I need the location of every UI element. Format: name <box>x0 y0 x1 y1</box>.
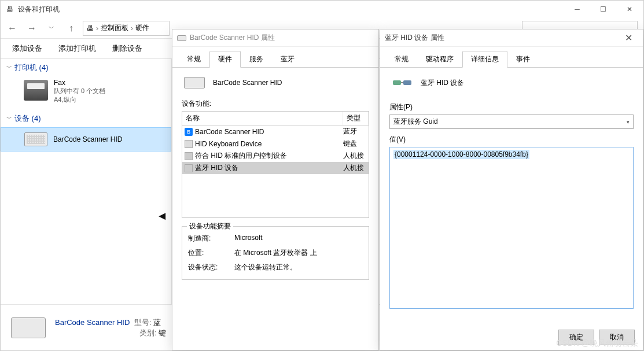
chevron-down-icon: ﹀ <box>6 114 12 123</box>
tab-events[interactable]: 事件 <box>507 51 539 68</box>
hid-icon <box>185 164 193 172</box>
table-header: 名称 类型 <box>182 111 369 125</box>
row-name: HID Keyboard Device <box>195 140 262 148</box>
remove-device-button[interactable]: 删除设备 <box>112 43 142 54</box>
row-type: 蓝牙 <box>343 127 366 136</box>
keyboard-icon <box>185 140 193 148</box>
explorer-title: 设备和打印机 <box>18 5 564 14</box>
add-printer-button[interactable]: 添加打印机 <box>58 43 96 54</box>
table-row[interactable]: BBarCode Scanner HID蓝牙 <box>182 125 369 138</box>
detail-type-label: 型号: <box>134 318 152 327</box>
vendor-label: 制造商: <box>188 234 234 243</box>
close-button[interactable]: ✕ <box>616 1 642 17</box>
dlg1-titlebar: BarCode Scanner HID 属性 <box>172 29 378 47</box>
chevron-down-icon: ﹀ <box>6 64 12 72</box>
dlg2-body: 蓝牙 HID 设备 属性(P) 蓝牙服务 Guid ▾ 值(V) {000011… <box>380 68 643 316</box>
table-row[interactable]: 蓝牙 HID 设备人机接 <box>182 162 369 174</box>
hid-device-icon <box>392 77 413 88</box>
row-name: 蓝牙 HID 设备 <box>195 163 238 173</box>
back-button[interactable]: ← <box>4 20 20 36</box>
forward-button[interactable]: → <box>24 20 40 36</box>
svg-rect-0 <box>393 80 401 85</box>
keyboard-icon <box>184 77 205 88</box>
dlg2-titlebar: 蓝牙 HID 设备 属性 ✕ <box>380 29 643 47</box>
dlg2-title: 蓝牙 HID 设备 属性 <box>385 33 616 43</box>
tab-driver[interactable]: 驱动程序 <box>417 51 462 68</box>
svg-rect-1 <box>403 80 411 85</box>
device-functions-label: 设备功能: <box>182 97 369 111</box>
tab-general[interactable]: 常规 <box>178 51 209 68</box>
device-item-barcode[interactable]: BarCode Scanner HID <box>1 127 171 152</box>
value-label: 值(V) <box>389 135 634 145</box>
breadcrumb[interactable]: 🖶 › 控制面板 › 硬件 <box>83 21 170 36</box>
col-name[interactable]: 名称 <box>182 112 343 125</box>
chevron-down-icon: ▾ <box>627 119 630 125</box>
minimize-button[interactable]: ─ <box>564 1 590 17</box>
dlg1-body: BarCode Scanner HID 设备功能: 名称 类型 BBarCode… <box>172 68 378 287</box>
cancel-button[interactable]: 取消 <box>599 330 635 345</box>
printers-group-header[interactable]: ﹀ 打印机 (4) <box>1 59 171 76</box>
tab-hardware[interactable]: 硬件 <box>209 51 241 68</box>
tab-bluetooth[interactable]: 蓝牙 <box>272 51 303 68</box>
breadcrumb-icon: 🖶 <box>87 24 94 32</box>
summary-legend: 设备功能摘要 <box>187 221 233 231</box>
dlg1-tabs: 常规 硬件 服务 蓝牙 <box>172 47 378 68</box>
breadcrumb-part-1[interactable]: 控制面板 <box>101 23 128 33</box>
detail-cat-label: 类别: <box>139 328 157 337</box>
location-label: 位置: <box>188 248 234 258</box>
ok-button[interactable]: 确定 <box>558 330 594 345</box>
dlg1-title: BarCode Scanner HID 属性 <box>190 33 377 43</box>
devices-icon: 🖶 <box>5 5 14 14</box>
property-value-text: 蓝牙服务 Guid <box>393 117 438 127</box>
keyboard-icon <box>11 317 46 338</box>
detail-cat-value: 键 <box>159 328 166 337</box>
value-item[interactable]: {00001124-0000-1000-8000-00805f9b34fb} <box>393 150 529 159</box>
bluetooth-hid-properties-dialog: 蓝牙 HID 设备 属性 ✕ 常规 驱动程序 详细信息 事件 蓝牙 HID 设备… <box>380 29 643 350</box>
row-type: 键盘 <box>343 139 366 149</box>
tab-service[interactable]: 服务 <box>241 51 272 68</box>
add-device-button[interactable]: 添加设备 <box>12 43 42 54</box>
row-name: 符合 HID 标准的用户控制设备 <box>195 151 287 161</box>
property-combobox[interactable]: 蓝牙服务 Guid ▾ <box>389 114 634 129</box>
status-value: 这个设备运转正常。 <box>234 263 297 272</box>
arrow-annotation-icon: ◄ <box>156 209 168 223</box>
barcode-properties-dialog: BarCode Scanner HID 属性 常规 硬件 服务 蓝牙 BarCo… <box>172 29 379 350</box>
up-button[interactable]: ↑ <box>63 20 79 36</box>
chevron-right-icon: › <box>131 24 133 32</box>
keyboard-icon <box>177 34 186 43</box>
chevron-right-icon: › <box>96 24 98 32</box>
detail-device-name: BarCode Scanner HID <box>55 318 130 327</box>
col-type[interactable]: 类型 <box>343 112 369 125</box>
explorer-titlebar: 🖶 设备和打印机 ─ ☐ ✕ <box>1 1 643 18</box>
maximize-button[interactable]: ☐ <box>590 1 616 17</box>
devices-group-label: 设备 (4) <box>14 113 41 124</box>
value-listbox[interactable]: {00001124-0000-1000-8000-00805f9b34fb} <box>389 147 634 309</box>
breadcrumb-part-2[interactable]: 硬件 <box>135 23 149 33</box>
dialog-buttons: 确定 取消 <box>558 330 635 345</box>
device-functions-list[interactable]: BBarCode Scanner HID蓝牙HID Keyboard Devic… <box>182 125 369 218</box>
property-label: 属性(P) <box>389 102 634 112</box>
dlg1-device-name: BarCode Scanner HID <box>213 79 282 87</box>
table-row[interactable]: HID Keyboard Device键盘 <box>182 138 369 150</box>
vendor-value: Microsoft <box>234 234 263 243</box>
close-button[interactable]: ✕ <box>616 30 642 46</box>
device-summary-group: 设备功能摘要 制造商:Microsoft 位置:在 Microsoft 蓝牙枚举… <box>182 226 369 280</box>
printer-item-fax[interactable]: Fax 队列中有 0 个文档 A4,纵向 <box>1 76 171 110</box>
printer-queue: 队列中有 0 个文档 <box>54 87 105 95</box>
location-value: 在 Microsoft 蓝牙枚举器 上 <box>234 248 317 258</box>
dlg2-tabs: 常规 驱动程序 详细信息 事件 <box>380 47 643 68</box>
row-type: 人机接 <box>343 163 366 173</box>
tab-details[interactable]: 详细信息 <box>462 51 507 68</box>
table-row[interactable]: 符合 HID 标准的用户控制设备人机接 <box>182 150 369 162</box>
devices-group-header[interactable]: ﹀ 设备 (4) <box>1 110 171 127</box>
row-name: BarCode Scanner HID <box>195 128 264 136</box>
printer-icon <box>24 80 48 101</box>
row-type: 人机接 <box>343 151 366 161</box>
tab-general[interactable]: 常规 <box>386 51 417 68</box>
dlg2-device-name: 蓝牙 HID 设备 <box>421 78 464 88</box>
printer-name: Fax <box>54 79 105 87</box>
printer-paper: A4,纵向 <box>54 95 105 104</box>
keyboard-icon <box>24 132 47 146</box>
bluetooth-icon: B <box>185 128 193 136</box>
recent-dropdown[interactable]: ﹀ <box>43 20 60 36</box>
